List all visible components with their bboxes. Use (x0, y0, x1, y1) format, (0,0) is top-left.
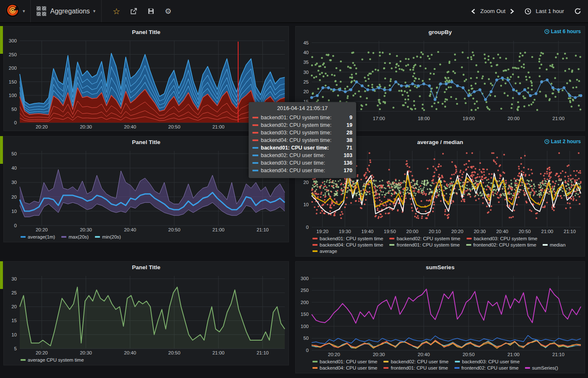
svg-text:10: 10 (11, 209, 17, 214)
row-toggle-3[interactable] (0, 261, 3, 289)
legend-color-dash (21, 236, 26, 238)
tooltip-row: backend02: CPU user time:103 (252, 152, 352, 159)
share-button[interactable] (130, 8, 137, 15)
zoom-out-button[interactable]: Zoom Out (480, 8, 505, 14)
panel-title[interactable]: groupBy (428, 29, 452, 35)
svg-text:20:50: 20:50 (168, 227, 181, 232)
tooltip-series-value: 103 (344, 152, 352, 159)
refresh-button[interactable] (574, 8, 581, 15)
svg-text:20:40: 20:40 (124, 124, 136, 129)
legend-color-dash (454, 367, 459, 369)
tooltip-row: backend03: CPU user time:136 (252, 159, 352, 167)
dashboard-picker[interactable]: Aggregations ▾ (31, 0, 102, 22)
legend-item[interactable]: median (543, 242, 566, 247)
tooltip-series-label: backend03: CPU system time: (261, 129, 344, 136)
svg-text:30: 30 (11, 276, 17, 281)
svg-text:20:20: 20:20 (328, 352, 340, 357)
svg-text:21:10: 21:10 (257, 227, 269, 232)
svg-text:50: 50 (303, 336, 309, 341)
tooltip-series-value: 71 (346, 144, 352, 152)
top-navbar: ▾ Aggregations ▾ ☆ ⚙ Zoom Out Last 1 (0, 0, 588, 23)
legend-item[interactable]: backend04: CPU user time (312, 365, 377, 370)
svg-text:20:50: 20:50 (519, 229, 531, 234)
legend-item[interactable]: backend01: CPU user time (312, 359, 377, 364)
legend-color-dash (383, 367, 388, 369)
legend-item[interactable]: backend01: CPU system time (312, 236, 383, 241)
tooltip-series-value: 38 (346, 136, 352, 144)
svg-text:21:00: 21:00 (541, 229, 553, 234)
tooltip-series-dash (252, 162, 258, 164)
svg-text:40: 40 (11, 165, 17, 171)
svg-text:0: 0 (306, 225, 309, 230)
panel-avg-max-min: Panel Title 0102030405020:2020:3020:4020… (3, 136, 289, 242)
svg-text:20:50: 20:50 (462, 352, 475, 357)
svg-text:20:30: 20:30 (474, 229, 486, 234)
chevron-down-icon: ▾ (23, 8, 25, 14)
tooltip-series-label: backend01: CPU user time: (261, 144, 344, 152)
legend-item[interactable]: frontend01: CPU user time (383, 365, 448, 370)
tooltip-series-value: 170 (344, 167, 352, 174)
svg-text:0: 0 (14, 223, 17, 228)
legend-item[interactable]: backend02: CPU user time (383, 359, 448, 364)
svg-text:20:40: 20:40 (124, 350, 136, 355)
svg-text:21:00: 21:00 (552, 116, 564, 121)
legend-label: sumSeries() (532, 365, 558, 370)
chart-stacked-cpu[interactable]: 05010015020025030020:2020:3020:4020:5021… (4, 37, 289, 131)
svg-text:20:00: 20:00 (507, 116, 520, 121)
svg-text:20:40: 20:40 (496, 229, 508, 234)
panel-sumseries: sumSeries 05010015020025030020:2020:3020… (295, 261, 585, 373)
tooltip-series-label: backend02: CPU user time: (261, 152, 341, 159)
legend-label: frontend01: CPU system time (396, 242, 459, 247)
legend-color-dash (383, 361, 388, 362)
panel-title[interactable]: Panel Title (132, 29, 160, 35)
legend-item[interactable]: average (312, 249, 337, 254)
legend-label: frontend01: CPU user time (391, 365, 448, 370)
legend-item[interactable]: backend03: CPU system time (467, 236, 537, 241)
time-range-picker[interactable]: Last 1 hour (536, 8, 564, 14)
panel-header: Panel Title (4, 26, 289, 37)
legend-item[interactable]: backend04: CPU system time (312, 242, 383, 247)
legend-color-dash (525, 367, 530, 369)
svg-text:250: 250 (301, 288, 309, 293)
grafana-logo-button[interactable]: ▾ (0, 0, 31, 22)
svg-text:20:30: 20:30 (80, 227, 92, 232)
svg-text:30: 30 (11, 180, 17, 185)
svg-text:20:20: 20:20 (36, 350, 48, 355)
legend-item[interactable]: backend03: CPU user time (455, 359, 520, 364)
chart-avg-max-min[interactable]: 0102030405020:2020:3020:4020:5021:0021:1… (4, 147, 289, 234)
svg-text:21:10: 21:10 (564, 229, 576, 234)
time-shift-forward-button[interactable] (509, 8, 514, 14)
save-button[interactable] (147, 8, 155, 15)
legend-item[interactable]: backend02: CPU system time (389, 236, 460, 241)
svg-text:21:00: 21:00 (213, 124, 225, 129)
panel-title[interactable]: sumSeries (426, 264, 454, 270)
star-button[interactable]: ☆ (113, 7, 120, 16)
tooltip-series-label: backend03: CPU user time: (261, 159, 341, 167)
legend-item[interactable]: min(20s) (95, 234, 121, 239)
grafana-logo-icon (5, 3, 20, 20)
panel-title[interactable]: average / median (417, 139, 463, 145)
legend-label: backend04: CPU user time (320, 365, 377, 370)
legend-item[interactable]: frontend01: CPU system time (389, 242, 459, 247)
svg-text:20: 20 (303, 89, 309, 94)
legend-item[interactable]: sumSeries() (525, 365, 558, 370)
panel-title[interactable]: Panel Title (132, 264, 160, 270)
tooltip-series-dash (252, 117, 258, 118)
row-toggle-2[interactable] (0, 136, 3, 164)
settings-gear-button[interactable]: ⚙ (165, 8, 171, 15)
time-shift-back-button[interactable] (471, 8, 476, 14)
tooltip-row: backend02: CPU system time:19 (252, 121, 352, 129)
legend-label: max(20s) (68, 234, 89, 239)
tooltip-series-label: backend01: CPU system time: (261, 114, 347, 121)
legend-label: backend02: CPU system time (396, 236, 460, 241)
legend-item[interactable]: average CPU system time (21, 357, 84, 362)
legend-item[interactable]: average(1m) (21, 234, 55, 239)
chart-sumseries[interactable]: 05010015020025030020:2020:3020:4020:5021… (296, 273, 585, 358)
legend-item[interactable]: frontend02: CPU system time (466, 242, 536, 247)
legend-item[interactable]: frontend02: CPU user time (454, 365, 519, 370)
panel-title[interactable]: Panel Title (132, 139, 160, 145)
chart-average-cpu[interactable]: 5101520253020:2020:3020:4020:5021:0021:1… (4, 273, 289, 357)
row-toggle-1[interactable] (0, 26, 3, 54)
svg-text:21:10: 21:10 (552, 352, 564, 357)
legend-item[interactable]: max(20s) (61, 234, 89, 239)
